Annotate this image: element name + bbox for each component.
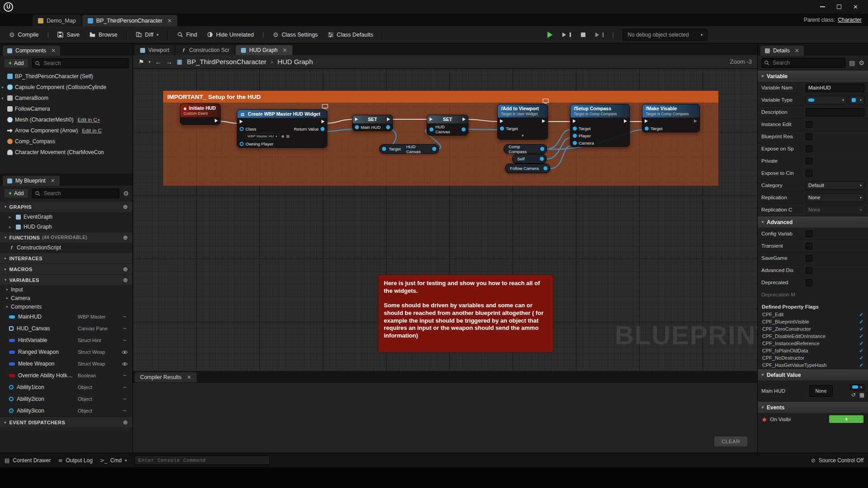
maximize-button[interactable] <box>837 5 841 9</box>
menu-item[interactable] <box>19 0 28 14</box>
menu-item[interactable] <box>68 0 78 14</box>
variable-type-select[interactable]: ▾ <box>806 96 847 104</box>
target-pin[interactable] <box>573 127 577 131</box>
add-graph-icon[interactable]: ⊕ <box>123 203 128 210</box>
close-icon[interactable]: ✕ <box>283 47 287 53</box>
source-control-button[interactable]: ⊘ Source Control Off <box>811 457 863 464</box>
graph-canvas[interactable]: IMPORTANT_ Setup for the HUD <box>133 69 757 371</box>
node-comp-compass[interactable]: Comp Compass <box>504 144 547 154</box>
variable-row[interactable]: Ranged Weapon Struct Weap ~ <box>0 346 132 358</box>
exec-in-pin[interactable] <box>573 119 576 123</box>
default-value-select[interactable]: None <box>809 385 833 397</box>
add-event-button[interactable]: + <box>829 415 863 423</box>
menu-item[interactable] <box>78 0 88 14</box>
hud-canvas-pin[interactable] <box>429 127 434 131</box>
my-blueprint-search-input[interactable] <box>32 188 119 198</box>
node-set-main-hud[interactable]: SET Main HUD <box>352 115 393 131</box>
component-tree-row[interactable]: BP_ThirdPersonCharacter (Self) <box>0 71 132 82</box>
diff-button[interactable]: Diff ▾ <box>132 29 163 41</box>
menu-item[interactable] <box>88 0 98 14</box>
section-functions[interactable]: ▾ FUNCTIONS (44 OVERRIDABLE) ⊕ <box>0 232 132 243</box>
graph-item[interactable]: ▸ EventGraph <box>0 212 132 222</box>
filter-gear-icon[interactable]: ⚙ <box>123 190 129 197</box>
variable-category[interactable]: ▸ Input <box>0 285 132 294</box>
expand-arrow-icon[interactable]: ▸ <box>9 215 13 219</box>
exec-out-pin[interactable] <box>321 120 325 123</box>
close-icon[interactable]: ✕ <box>51 178 55 184</box>
private-checkbox[interactable] <box>806 158 812 164</box>
replication-select[interactable]: None ▾ <box>806 193 864 202</box>
forward-button[interactable]: → <box>166 58 172 66</box>
section-variable[interactable]: ▾ Variable <box>758 70 868 82</box>
instance-editable-toggle[interactable]: ~ <box>122 337 128 343</box>
advanced-checkbox[interactable] <box>806 267 812 274</box>
note-comment-box[interactable]: Here is just for testing and show you ho… <box>378 275 553 352</box>
node-add-to-viewport[interactable]: fAdd to Viewport Target is User Widget T… <box>497 104 548 140</box>
tab-construction-script[interactable]: f Construction Scr <box>175 45 235 55</box>
variable-name-input[interactable] <box>806 84 864 92</box>
follow-camera-out-pin[interactable] <box>543 166 547 170</box>
variable-row[interactable]: Melee Weapon Struct Weap ~ <box>0 358 132 370</box>
expose-on-spawn-checkbox[interactable] <box>806 145 812 152</box>
output-value-pin[interactable] <box>386 125 390 129</box>
exec-in-pin[interactable] <box>645 119 648 123</box>
components-search-input[interactable] <box>32 58 129 68</box>
component-tree-row[interactable]: ▾ CameraBoom <box>0 93 132 103</box>
exec-out-pin[interactable] <box>387 117 390 121</box>
back-button[interactable]: ← <box>155 58 161 66</box>
exec-out-pin[interactable] <box>624 119 627 123</box>
node-make-visable[interactable]: fMake Visable Target is Comp Compass Tar… <box>642 104 700 132</box>
use-selected-asset-icon[interactable]: ↺ <box>851 392 856 398</box>
tab-details[interactable]: Details ✕ <box>760 46 804 56</box>
variable-row[interactable]: HUD_Canvas Canvas Pane ~ <box>0 323 132 334</box>
component-tree-row[interactable]: Comp_Compass <box>0 136 132 147</box>
hide-unrelated-options-icon[interactable]: ⋮ <box>259 32 267 38</box>
advanced-checkbox[interactable] <box>806 279 812 286</box>
camera-pin[interactable] <box>573 141 577 145</box>
component-tree-row[interactable]: FollowCamera <box>0 103 132 114</box>
node-target-hud-canvas[interactable]: Target HUD Canvas <box>379 144 439 154</box>
comment-header[interactable]: IMPORTANT_ Setup for the HUD <box>163 91 718 103</box>
variable-row[interactable]: Ability1icon Object ~ <box>0 381 132 393</box>
tab-my-blueprint[interactable]: My Blueprint ✕ <box>3 176 60 186</box>
exec-in-pin[interactable] <box>500 119 503 123</box>
class-settings-button[interactable]: ⚙ Class Settings <box>268 28 322 41</box>
tab-hud-graph[interactable]: HUD Graph ✕ <box>236 45 292 55</box>
compile-button[interactable]: ⚙ Compile <box>5 28 43 41</box>
tab-compiler-results[interactable]: Compiler Results ✕ <box>135 372 197 382</box>
advanced-checkbox[interactable] <box>806 230 812 237</box>
exec-in-pin[interactable] <box>355 117 358 121</box>
variable-row[interactable]: Ability3icon Object ~ <box>0 405 132 417</box>
instance-editable-toggle[interactable]: ~ <box>122 384 128 390</box>
output-log-button[interactable]: ≡ Output Log <box>58 457 92 464</box>
find-button[interactable]: Find <box>173 29 202 41</box>
collapse-arrow-icon[interactable]: ▾ <box>522 133 524 138</box>
menu-item[interactable] <box>28 0 38 14</box>
edit-in-cpp-link[interactable]: Edit in C+ <box>77 117 100 122</box>
edit-in-cpp-link[interactable]: Edit in C <box>82 128 101 133</box>
menu-item[interactable] <box>48 0 58 14</box>
add-event-dispatcher-icon[interactable]: ⊕ <box>123 419 128 426</box>
menu-item[interactable] <box>38 0 48 14</box>
bookmark-icon[interactable]: ⚑ <box>138 58 144 66</box>
self-out-pin[interactable] <box>540 157 544 161</box>
chevron-down-icon[interactable]: ▾ <box>149 60 151 64</box>
exec-in-pin[interactable] <box>429 117 433 121</box>
exec-out-pin[interactable] <box>694 119 697 123</box>
menu-item[interactable] <box>58 0 68 14</box>
stop-button[interactable] <box>576 30 590 40</box>
eject-button[interactable] <box>591 30 609 40</box>
node-initiate-hud[interactable]: ◆Initiate HUD Custom Event <box>180 103 221 125</box>
expand-arrow-icon[interactable]: ▾ <box>0 85 5 89</box>
section-graphs[interactable]: ▾ GRAPHS ⊕ <box>0 201 132 212</box>
section-events[interactable]: ▾ Events <box>758 401 868 413</box>
variable-row[interactable]: MainHUD WBP Master ~ <box>0 311 132 323</box>
breadcrumb-root[interactable]: BP_ThirdPersonCharacter <box>187 58 266 66</box>
content-drawer-button[interactable]: ▤ Content Drawer <box>5 457 51 464</box>
component-tree-row[interactable]: Character Movement (CharMoveCon <box>0 147 132 158</box>
output-value-pin[interactable] <box>462 127 466 131</box>
unreal-logo-icon[interactable]: U <box>4 2 13 12</box>
hide-unrelated-button[interactable]: Hide Unrelated <box>203 29 258 41</box>
skip-button[interactable] <box>558 30 576 40</box>
section-default-value[interactable]: ▾ Default Value <box>758 369 868 380</box>
